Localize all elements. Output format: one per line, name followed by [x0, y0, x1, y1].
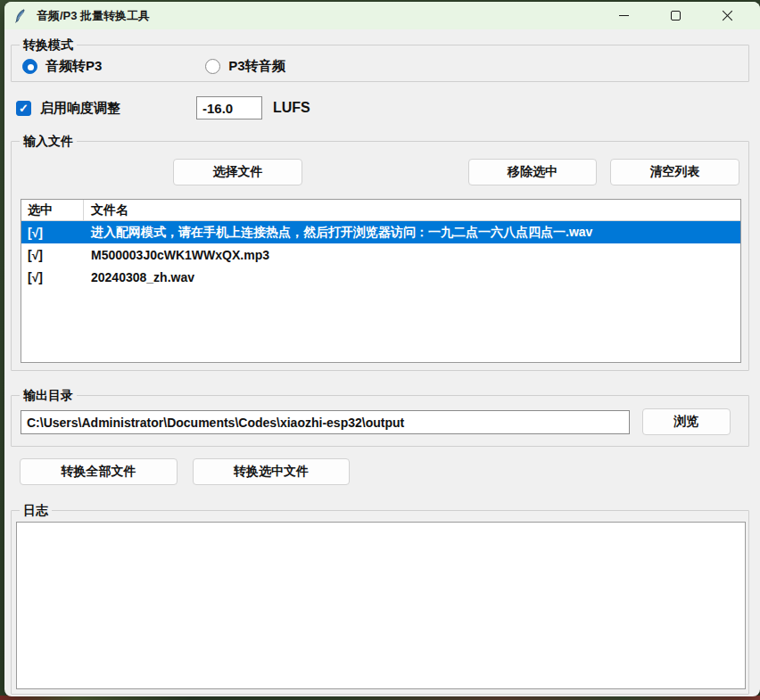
loudness-checkbox-label: 启用响度调整: [40, 100, 120, 117]
row-checked-cell: [√]: [21, 226, 84, 240]
maximize-button[interactable]: [649, 2, 701, 29]
input-files-group: 输入文件 选择文件 移除选中 清空列表 选中 文件名 [√] 进入配网模式，请在…: [11, 141, 749, 371]
app-window: 音频/P3 批量转换工具 转换模式 音频转P3 P3转音频 ✓ 启用响度调整 L…: [4, 2, 760, 696]
close-icon: [722, 10, 733, 21]
row-filename-cell: 进入配网模式，请在手机上连接热点，然后打开浏览器访问：一九二点一六八点四点一.w…: [84, 225, 740, 241]
radio-audio-to-p3[interactable]: 音频转P3: [22, 58, 102, 75]
log-textarea[interactable]: [16, 522, 746, 689]
remove-selected-button[interactable]: 移除选中: [468, 159, 597, 185]
loudness-checkbox[interactable]: ✓: [16, 101, 31, 116]
convert-all-button[interactable]: 转换全部文件: [20, 458, 178, 485]
log-group: 日志: [11, 510, 749, 695]
lufs-value-input[interactable]: [196, 96, 262, 119]
mode-radio-row: 音频转P3 P3转音频: [22, 56, 285, 76]
row-checked-cell: [√]: [21, 270, 84, 284]
titlebar: 音频/P3 批量转换工具: [4, 2, 760, 29]
conversion-mode-group: 转换模式 音频转P3 P3转音频: [11, 45, 749, 82]
select-files-button[interactable]: 选择文件: [173, 159, 302, 185]
browse-button[interactable]: 浏览: [642, 408, 731, 435]
tk-feather-icon: [13, 9, 28, 23]
maximize-icon: [671, 11, 681, 21]
file-table[interactable]: 选中 文件名 [√] 进入配网模式，请在手机上连接热点，然后打开浏览器访问：一九…: [21, 199, 741, 363]
file-table-header: 选中 文件名: [21, 200, 740, 221]
clear-list-button[interactable]: 清空列表: [610, 159, 739, 185]
table-row[interactable]: [√] M500003J0cWK1WWxQX.mp3: [21, 243, 740, 266]
conversion-mode-group-title: 转换模式: [20, 37, 77, 53]
convert-selected-button[interactable]: 转换选中文件: [193, 458, 350, 485]
row-checked-cell: [√]: [21, 248, 84, 262]
table-row[interactable]: [√] 进入配网模式，请在手机上连接热点，然后打开浏览器访问：一九二点一六八点四…: [21, 221, 740, 243]
minimize-button[interactable]: [598, 2, 649, 29]
radio-p3-to-audio[interactable]: P3转音频: [205, 58, 285, 75]
output-directory-group-title: 输出目录: [20, 388, 77, 403]
radio-audio-to-p3-label: 音频转P3: [45, 58, 102, 75]
radio-selected-icon: [22, 59, 37, 74]
column-header-filename[interactable]: 文件名: [84, 200, 740, 220]
loudness-row: ✓ 启用响度调整: [16, 95, 120, 120]
output-directory-group: 输出目录 浏览: [11, 395, 749, 447]
input-files-group-title: 输入文件: [20, 134, 77, 149]
output-path-input[interactable]: [21, 410, 630, 434]
row-filename-cell: 20240308_zh.wav: [84, 270, 740, 284]
close-button[interactable]: [701, 2, 753, 29]
window-title: 音频/P3 批量转换工具: [37, 8, 150, 24]
table-row[interactable]: [√] 20240308_zh.wav: [21, 266, 740, 288]
row-filename-cell: M500003J0cWK1WWxQX.mp3: [84, 248, 740, 262]
lufs-unit-label: LUFS: [273, 96, 310, 119]
radio-unselected-icon: [205, 59, 220, 74]
caption-buttons: [598, 2, 753, 29]
radio-p3-to-audio-label: P3转音频: [228, 58, 285, 75]
minimize-icon: [619, 15, 629, 16]
log-group-title: 日志: [20, 503, 52, 518]
column-header-checked[interactable]: 选中: [21, 200, 84, 220]
